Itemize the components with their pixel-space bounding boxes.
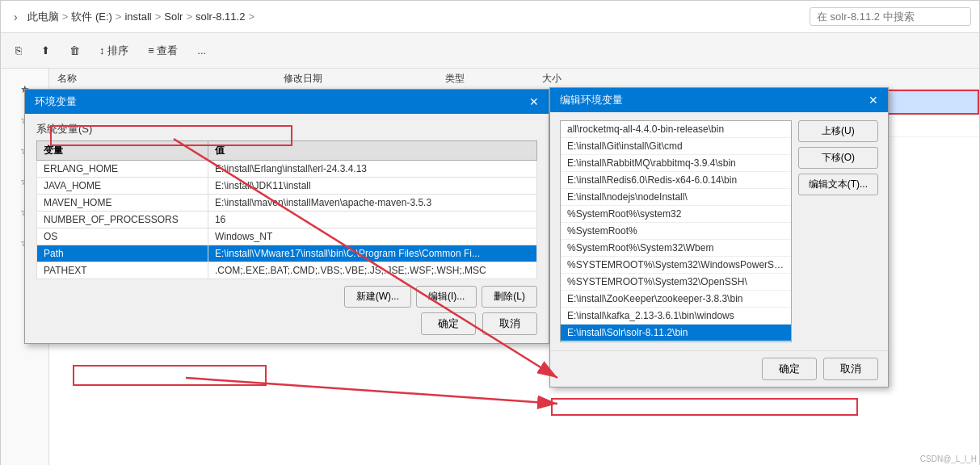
sort-label: ↕ 排序 — [99, 44, 128, 58]
env-dialog-body: 系统变量(S) 变量 值 ERLANG_HOMEE:\install\Erlan… — [25, 114, 549, 343]
sys-action-btns: 新建(W)... 编辑(I)... 删除(L) — [36, 286, 537, 308]
col-size[interactable]: 大小 — [542, 72, 607, 86]
address-bar: › 此电脑 > 软件 (E:) > install > Solr > solr-… — [1, 1, 979, 33]
sys-new-btn[interactable]: 新建(W)... — [344, 286, 411, 308]
path-list-item[interactable]: all\rocketmq-all-4.4.0-bin-release\bin — [561, 121, 791, 138]
path-list-item[interactable]: E:\install\nodejs\nodeInstall\ — [561, 189, 791, 206]
env-ok-btn[interactable]: 确定 — [421, 312, 476, 335]
path-up-btn[interactable]: 上移(U) — [798, 120, 878, 142]
path-list-item[interactable]: %SystemRoot% — [561, 223, 791, 240]
delete-btn[interactable]: 🗑 — [63, 41, 86, 60]
path-cancel-btn[interactable]: 取消 — [823, 358, 878, 380]
sys-var-name: JAVA_HOME — [37, 178, 208, 195]
path-dialog-title: 编辑环境变量 — [560, 93, 623, 107]
path-dialog-title-bar: 编辑环境变量 ✕ — [550, 88, 888, 112]
sys-var-value: .COM;.EXE;.BAT;.CMD;.VBS;.VBE;.JS;.JSE;.… — [208, 262, 536, 279]
env-dialog-title: 环境变量 — [35, 94, 77, 109]
sys-var-name: MAVEN_HOME — [37, 195, 208, 212]
nav-back-btn[interactable]: › — [9, 9, 23, 25]
sys-var-value: E:\install\VMware17\install\bin\C:\Progr… — [208, 245, 536, 262]
sys-delete-btn[interactable]: 删除(L) — [482, 286, 537, 308]
sys-var-name: OS — [37, 228, 208, 245]
view-btn[interactable]: ≡ 查看 — [141, 40, 184, 61]
path-list-item[interactable]: %SystemRoot%\System32\Wbem — [561, 240, 791, 257]
sys-var-name: PATHEXT — [37, 262, 208, 279]
sys-var-value: E:\install\maven\installMaven\apache-mav… — [208, 195, 536, 212]
sys-var-name: ERLANG_HOME — [37, 161, 208, 178]
copy-btn[interactable]: ⎘ — [9, 41, 28, 60]
toolbar: ⎘ ⬆ 🗑 ↕ 排序 ≡ 查看 ... — [1, 33, 979, 69]
path-dialog-footer: 确定 取消 — [550, 350, 888, 387]
col-type[interactable]: 类型 — [445, 72, 542, 86]
path-down-btn[interactable]: 下移(O) — [798, 147, 878, 169]
path-dialog-close-btn[interactable]: ✕ — [869, 94, 878, 107]
path-list-item[interactable]: E:\install\Solr\solr-8.11.2\bin — [561, 325, 791, 341]
path-ok-btn[interactable]: 确定 — [762, 358, 817, 380]
sys-var-row[interactable]: PathE:\install\VMware17\install\bin\C:\P… — [37, 245, 537, 262]
sys-var-name: NUMBER_OF_PROCESSORS — [37, 212, 208, 228]
sys-var-row[interactable]: PATHEXT.COM;.EXE;.BAT;.CMD;.VBS;.VBE;.JS… — [37, 262, 537, 279]
var-col-name: 变量 — [37, 141, 208, 161]
env-dialog: 环境变量 ✕ 系统变量(S) 变量 值 ERLANG_HOMEE:\instal… — [24, 89, 549, 344]
sort-btn[interactable]: ↕ 排序 — [93, 40, 135, 61]
breadcrumb: 此电脑 > 软件 (E:) > install > Solr > solr-8.… — [27, 10, 805, 24]
sys-var-value: E:\install\Erlang\install\erl-24.3.4.13 — [208, 161, 536, 178]
path-side-btns: 上移(U) 下移(O) 编辑文本(T)... — [798, 120, 878, 342]
col-name[interactable]: 名称 — [57, 72, 284, 86]
path-dialog: 编辑环境变量 ✕ all\rocketmq-all-4.4.0-bin-rele… — [549, 87, 889, 388]
path-list-item[interactable]: E:\install\Redis6.0\Redis-x64-6.0.14\bin — [561, 172, 791, 189]
search-input[interactable] — [810, 7, 971, 26]
path-edit-text-btn[interactable]: 编辑文本(T)... — [798, 174, 878, 195]
more-btn[interactable]: ... — [191, 41, 212, 60]
path-list-item[interactable]: %SYSTEMROOT%\System32\OpenSSH\ — [561, 274, 791, 291]
sys-var-value: 16 — [208, 212, 536, 228]
sys-edit-btn[interactable]: 编辑(I)... — [416, 286, 477, 308]
env-cancel-btn[interactable]: 取消 — [482, 312, 537, 335]
breadcrumb-item-solr[interactable]: Solr — [164, 10, 183, 23]
sys-var-row[interactable]: JAVA_HOMEE:\install\JDK11\install — [37, 178, 537, 195]
watermark: CSDN@_L_l_H — [920, 455, 977, 463]
path-list-item[interactable]: E:\install\RabbitMQ\rabbitmq-3.9.4\sbin — [561, 155, 791, 172]
var-col-value: 值 — [208, 141, 536, 161]
path-list-item[interactable]: %SystemRoot%\system32 — [561, 206, 791, 223]
breadcrumb-item-pc[interactable]: 此电脑 — [27, 10, 59, 24]
breadcrumb-item-e[interactable]: 软件 (E:) — [71, 10, 112, 24]
system-vars-table: 变量 值 ERLANG_HOMEE:\install\Erlang\instal… — [36, 140, 537, 279]
sys-var-row[interactable]: NUMBER_OF_PROCESSORS16 — [37, 212, 537, 228]
path-dialog-body: all\rocketmq-all-4.4.0-bin-release\binE:… — [550, 112, 888, 350]
env-dialog-title-bar: 环境变量 ✕ — [25, 90, 549, 114]
sys-var-row[interactable]: ERLANG_HOMEE:\install\Erlang\install\erl… — [37, 161, 537, 178]
breadcrumb-item-install[interactable]: install — [124, 10, 151, 23]
env-dialog-footer: 确定 取消 — [36, 312, 537, 335]
sys-var-row[interactable]: OSWindows_NT — [37, 228, 537, 245]
env-dialog-close-btn[interactable]: ✕ — [529, 95, 539, 108]
sys-var-value: E:\install\JDK11\install — [208, 178, 536, 195]
system-vars-label: 系统变量(S) — [36, 122, 537, 136]
share-btn[interactable]: ⬆ — [35, 41, 57, 60]
breadcrumb-item-solr811[interactable]: solr-8.11.2 — [196, 10, 245, 23]
path-list-item[interactable]: %SYSTEMROOT%\System32\WindowsPowerShell\… — [561, 257, 791, 274]
path-list-item[interactable]: E:\install\kafka_2.13-3.6.1\bin\windows — [561, 308, 791, 325]
sys-var-value: Windows_NT — [208, 228, 536, 245]
more-label: ... — [197, 44, 206, 57]
sys-var-name: Path — [37, 245, 208, 262]
path-list-container: all\rocketmq-all-4.4.0-bin-release\binE:… — [560, 120, 792, 342]
col-modified[interactable]: 修改日期 — [284, 72, 445, 86]
view-label: ≡ 查看 — [148, 44, 178, 58]
path-list-item[interactable]: E:\install\ZooKeeper\zookeeper-3.8.3\bin — [561, 291, 791, 308]
sys-var-row[interactable]: MAVEN_HOMEE:\install\maven\installMaven\… — [37, 195, 537, 212]
path-list-item[interactable]: E:\install\Git\install\Git\cmd — [561, 138, 791, 155]
